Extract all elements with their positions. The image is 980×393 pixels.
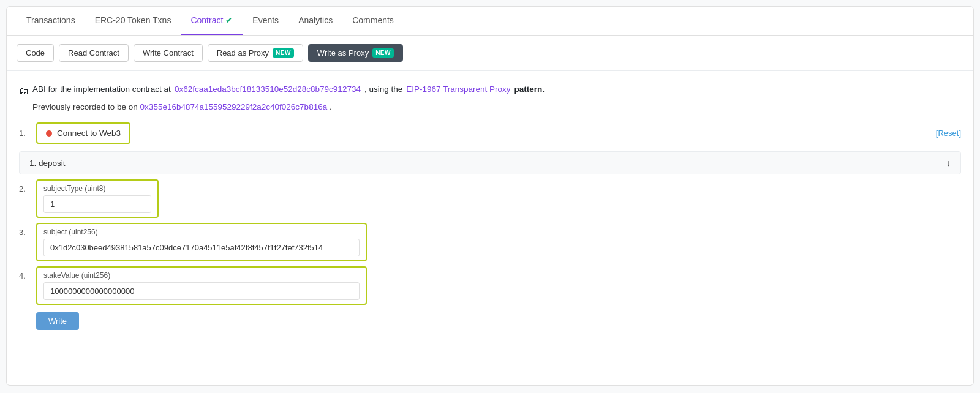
reset-link[interactable]: [Reset]: [936, 129, 961, 138]
read-contract-button[interactable]: Read Contract: [59, 44, 129, 62]
subject-label: subject (uint256): [43, 228, 360, 236]
stake-label: stakeValue (uint256): [43, 271, 360, 280]
field-number-4: 4.: [19, 266, 36, 280]
read-as-proxy-badge: NEW: [273, 48, 294, 58]
abi-address2-link[interactable]: 0x355e16b4874a1559529229f2a2c40f026c7b81…: [140, 102, 328, 111]
subject-type-label: subjectType (uint8): [43, 184, 151, 193]
verified-check-icon: ✔: [225, 15, 233, 25]
write-as-proxy-button[interactable]: Write as Proxy NEW: [308, 44, 403, 62]
section-number-1: 1.: [19, 129, 36, 138]
abi-text-before: ABI for the implementation contract at: [32, 83, 171, 95]
tab-events[interactable]: Events: [243, 7, 288, 35]
field-number-2: 2.: [19, 179, 36, 193]
stack-icon: 🗂: [19, 84, 29, 99]
write-as-proxy-label: Write as Proxy: [317, 48, 369, 58]
subnav: Code Read Contract Write Contract Read a…: [7, 36, 973, 71]
stake-input[interactable]: [44, 283, 359, 299]
main-container: Transactions ERC-20 Token Txns Contract✔…: [6, 6, 974, 386]
deposit-label: 1. deposit: [29, 159, 66, 168]
connect-to-web3-button[interactable]: Connect to Web3: [36, 122, 130, 144]
abi-text-middle: , using the: [364, 83, 402, 95]
content-area: 🗂 ABI for the implementation contract at…: [7, 71, 973, 342]
subject-input[interactable]: [44, 239, 359, 256]
connect-row: 1. Connect to Web3 [Reset]: [19, 122, 961, 144]
eip-link[interactable]: EIP-1967 Transparent Proxy: [406, 83, 510, 95]
abi-prev-text: Previously recorded to be on: [32, 102, 140, 111]
connect-label: Connect to Web3: [57, 129, 121, 138]
abi-info: 🗂 ABI for the implementation contract at…: [19, 83, 961, 99]
tab-bar: Transactions ERC-20 Token Txns Contract✔…: [7, 7, 973, 36]
tab-erc20[interactable]: ERC-20 Token Txns: [85, 7, 181, 35]
write-button-row: Write: [19, 312, 961, 330]
field-stake-row: 4. stakeValue (uint256): [19, 266, 961, 305]
subject-type-input[interactable]: [44, 196, 151, 212]
tab-comments[interactable]: Comments: [342, 7, 404, 35]
field-subject-row: 3. subject (uint256): [19, 223, 961, 261]
tab-contract-label: Contract: [190, 15, 223, 25]
tab-transactions[interactable]: Transactions: [17, 7, 85, 35]
write-contract-button[interactable]: Write Contract: [134, 44, 203, 62]
deposit-row[interactable]: 1. deposit ↓: [19, 151, 961, 174]
tab-contract[interactable]: Contract✔: [181, 7, 243, 35]
tab-analytics[interactable]: Analytics: [288, 7, 342, 35]
write-button[interactable]: Write: [36, 312, 79, 330]
code-button[interactable]: Code: [17, 44, 54, 62]
field-subject-type-row: 2. subjectType (uint8): [19, 179, 961, 218]
connect-status-dot: [46, 130, 52, 137]
abi-address1-link[interactable]: 0x62fcaa1eda3bcf18133510e52d28c8b79c9127…: [175, 83, 361, 95]
read-as-proxy-label: Read as Proxy: [217, 48, 269, 58]
field-number-3: 3.: [19, 223, 36, 237]
abi-text-after: pattern.: [514, 83, 545, 95]
abi-info2: Previously recorded to be on 0x355e16b48…: [19, 102, 961, 111]
abi-end-text: .: [330, 102, 332, 111]
read-as-proxy-button[interactable]: Read as Proxy NEW: [208, 44, 303, 62]
write-as-proxy-badge: NEW: [372, 48, 394, 58]
chevron-down-icon: ↓: [946, 158, 951, 168]
